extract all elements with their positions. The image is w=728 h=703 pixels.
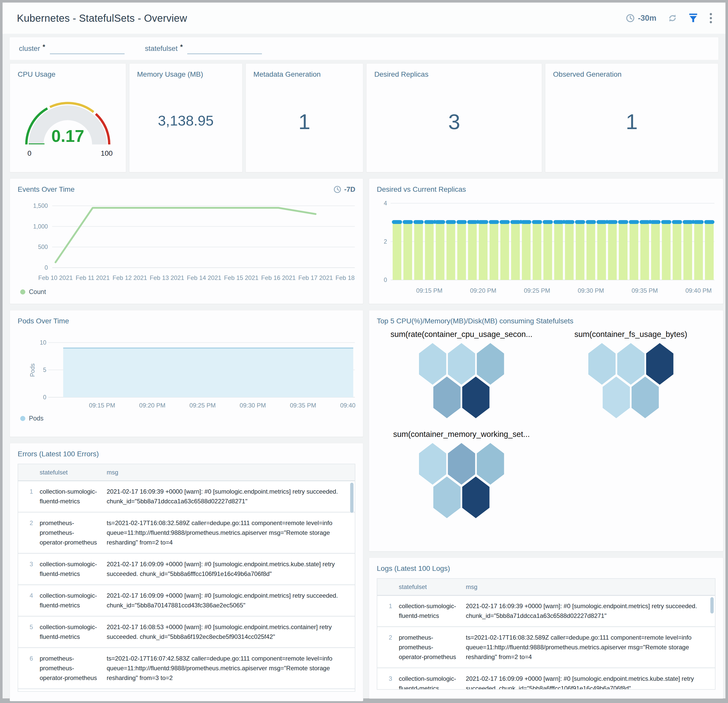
hex-cell[interactable] — [462, 376, 490, 418]
cell-msg: ts=2021-02-17T16:07:42.583Z caller=dedup… — [107, 652, 355, 685]
svg-text:Feb 10 2021: Feb 10 2021 — [38, 274, 73, 281]
row-number: 3 — [377, 672, 399, 690]
logs-table-header: statefulset msg — [377, 579, 715, 596]
hex-cell[interactable] — [448, 343, 475, 385]
time-range-control[interactable]: -30m — [626, 14, 656, 23]
row-number: 3 — [18, 557, 40, 581]
panel-title: Memory Usage (MB) — [137, 70, 235, 78]
panel-observed-generation: Observed Generation 1 — [545, 63, 718, 172]
hex-cell[interactable] — [462, 477, 490, 518]
app-header: Kubernetes - StatefulSets - Overview -30… — [3, 3, 725, 34]
honeycomb-chart: sum(rate(container_cpu_usage_secon... — [377, 330, 546, 418]
refresh-button[interactable] — [667, 13, 677, 23]
svg-text:2: 2 — [384, 238, 387, 245]
legend-label: Pods — [29, 415, 43, 422]
events-legend[interactable]: Count — [20, 288, 355, 295]
cell-msg: 2021-02-17 16:09:09 +0000 [warn]: #0 [su… — [107, 557, 355, 581]
svg-text:09:25 PM: 09:25 PM — [189, 402, 216, 409]
cell-msg: 2021-02-17 16:09:39 +0000 [warn]: #0 [su… — [466, 599, 715, 623]
errors-table-header: statefulset msg — [18, 464, 355, 481]
cpu-gauge: 0.170100 — [10, 94, 126, 158]
panel-events-over-time: Events Over Time -7D 05001,0001,500Feb 1… — [10, 179, 363, 304]
svg-text:0: 0 — [45, 264, 48, 271]
svg-text:Feb 12 2021: Feb 12 2021 — [113, 274, 147, 281]
metadata-generation-value: 1 — [246, 109, 363, 134]
honeycomb-title: sum(container_memory_working_set... — [393, 430, 530, 439]
cell-statefulset: collection-sumologic-fluentd-metrics — [40, 620, 107, 644]
hex-cell[interactable] — [646, 343, 673, 385]
cell-msg: 2021-02-17 16:08:53 +0000 [warn]: #0 [su… — [107, 620, 355, 644]
time-range-label: -30m — [638, 14, 656, 23]
svg-text:Feb 13 2021: Feb 13 2021 — [150, 274, 184, 281]
hex-cell[interactable] — [448, 443, 475, 485]
hex-cell[interactable] — [419, 443, 446, 485]
panel-pods-over-time: Pods Over Time 0510Pods09:15 PM09:20 PM0… — [10, 310, 363, 437]
svg-text:09:20 PM: 09:20 PM — [470, 287, 496, 294]
svg-text:09:40 PM: 09:40 PM — [340, 402, 356, 409]
svg-text:09:35 PM: 09:35 PM — [290, 402, 316, 409]
panel-title: Observed Generation — [553, 70, 710, 78]
row-number: 4 — [18, 589, 40, 612]
svg-text:100: 100 — [101, 149, 113, 157]
kebab-menu-button[interactable] — [709, 13, 713, 24]
column-header-statefulset: statefulset — [40, 469, 107, 476]
filter-icon — [689, 13, 698, 23]
svg-text:09:25 PM: 09:25 PM — [524, 287, 550, 294]
panel-title: Pods Over Time — [18, 317, 355, 325]
hex-cell[interactable] — [477, 443, 504, 485]
clock-icon — [333, 185, 341, 193]
refresh-icon — [667, 13, 677, 23]
cell-statefulset: collection-sumologic-fluentd-metrics — [40, 589, 107, 612]
svg-text:09:15 PM: 09:15 PM — [89, 402, 116, 409]
table-row: 7collection-2021-02-17 16:08:29 +0000 [w… — [18, 689, 355, 692]
panel-metadata-generation: Metadata Generation 1 — [246, 63, 364, 172]
logs-table: statefulset msg 1collection-sumologic-fl… — [377, 578, 715, 690]
cell-msg: 2021-02-17 16:09:09 +0000 [warn]: #0 [su… — [107, 589, 355, 612]
clock-icon — [626, 14, 635, 23]
hex-cell[interactable] — [603, 376, 630, 418]
svg-text:Feb 14 2021: Feb 14 2021 — [187, 274, 221, 281]
column-header-msg: msg — [107, 469, 355, 476]
panel-title: Desired Replicas — [374, 70, 534, 78]
panel-title: Desired vs Current Replicas — [377, 185, 715, 193]
panel-title: Events Over Time — [18, 185, 75, 193]
kebab-icon — [709, 13, 713, 24]
errors-table: statefulset msg 1collection-sumologic-fl… — [18, 464, 355, 692]
panel-desired-replicas: Desired Replicas 3 — [366, 63, 542, 172]
hex-cell[interactable] — [419, 343, 446, 385]
cell-msg: 2021-02-17 16:09:39 +0000 [warn]: #0 [su… — [107, 485, 355, 508]
events-time-range-control[interactable]: -7D — [333, 185, 355, 193]
svg-text:1,000: 1,000 — [33, 223, 48, 230]
hex-cell[interactable] — [433, 477, 461, 518]
hex-cell[interactable] — [588, 343, 616, 385]
events-line-chart: 05001,0001,500Feb 10 2021Feb 11 2021Feb … — [18, 196, 355, 285]
statefulset-input[interactable] — [187, 43, 262, 54]
panel-cpu-usage: CPU Usage 0.170100 — [10, 63, 126, 172]
row-number: 2 — [377, 631, 399, 664]
errors-scrollbar-thumb[interactable] — [350, 483, 354, 513]
svg-text:0: 0 — [384, 277, 387, 283]
svg-text:09:30 PM: 09:30 PM — [240, 402, 266, 409]
replicas-bar-chart: 42009:15 PM09:20 PM09:25 PM09:30 PM09:35… — [377, 195, 715, 297]
panel-top5: Top 5 CPU(%)/Memory(MB)/Disk(MB) consumi… — [369, 310, 724, 552]
filter-bar: cluster * statefulset * — [10, 37, 718, 60]
column-header-msg: msg — [466, 583, 715, 591]
observed-generation-value: 1 — [545, 109, 718, 134]
row-number: 2 — [18, 516, 40, 549]
cell-statefulset: collection-sumologic-fluentd-metrics — [399, 672, 466, 690]
hex-cell[interactable] — [477, 343, 504, 385]
svg-text:4: 4 — [384, 200, 387, 206]
filter-button[interactable] — [689, 13, 698, 23]
logs-scrollbar-thumb[interactable] — [710, 597, 714, 614]
svg-text:09:15 PM: 09:15 PM — [416, 287, 442, 294]
svg-text:0.17: 0.17 — [51, 127, 84, 145]
svg-text:0: 0 — [27, 149, 32, 157]
hex-cell[interactable] — [617, 343, 644, 385]
hex-cell[interactable] — [631, 376, 659, 418]
legend-dot — [20, 290, 25, 294]
cell-statefulset: collection-sumologic-fluentd-metrics — [399, 599, 466, 623]
cluster-input[interactable] — [50, 43, 124, 54]
pods-legend[interactable]: Pods — [20, 415, 355, 422]
svg-text:10: 10 — [40, 339, 46, 346]
hex-cell[interactable] — [433, 376, 461, 418]
